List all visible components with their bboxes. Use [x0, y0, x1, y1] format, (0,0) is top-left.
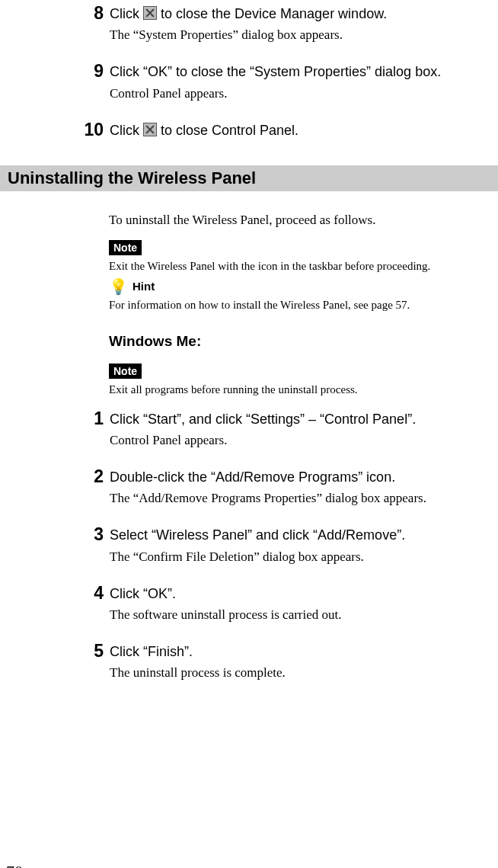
step-instruction: Click to close Control Panel. — [110, 121, 498, 139]
step-number: 1 — [76, 408, 104, 429]
note-badge: Note — [109, 240, 142, 255]
step-number: 8 — [76, 3, 104, 24]
note-text: Exit all programs before running the uni… — [109, 383, 498, 396]
step-b2: 2 Double-click the “Add/Remove Programs”… — [76, 468, 498, 506]
step-result: The uninstall process is complete. — [110, 665, 498, 681]
step-number: 4 — [76, 583, 104, 604]
step-instruction: Click “Finish”. — [110, 642, 498, 661]
step-result: The “System Properties” dialog box appea… — [110, 27, 498, 43]
hint-text: For information on how to install the Wi… — [109, 299, 498, 312]
instruction-text: to close Control Panel. — [157, 123, 298, 138]
intro-text: To uninstall the Wireless Panel, proceed… — [109, 213, 498, 228]
step-10: 10 Click to close Control Panel. — [76, 121, 498, 139]
step-instruction: Click “OK” to close the “System Properti… — [110, 62, 498, 81]
step-b3: 3 Select “Wireless Panel” and click “Add… — [76, 526, 498, 564]
instruction-text: to close the Device Manager window. — [157, 6, 387, 21]
step-instruction: Click “OK”. — [110, 585, 498, 603]
step-number: 3 — [76, 524, 104, 545]
step-result: Control Panel appears. — [110, 86, 498, 101]
hint-icon: 💡 — [109, 279, 128, 294]
close-icon — [143, 6, 157, 20]
hint-row: 💡 Hint — [109, 279, 498, 294]
step-number: 10 — [76, 120, 104, 140]
bottom-steps: 1 Click “Start”, and click “Settings” – … — [0, 410, 498, 681]
step-result: Control Panel appears. — [110, 433, 498, 448]
close-icon — [143, 123, 157, 136]
step-instruction: Select “Wireless Panel” and click “Add/R… — [110, 526, 498, 544]
step-result: The “Add/Remove Programs Properties” dia… — [110, 491, 498, 506]
step-instruction: Click to close the Device Manager window… — [110, 5, 498, 23]
step-8: 8 Click to close the Device Manager wind… — [76, 5, 498, 43]
instruction-text: Click — [110, 6, 143, 21]
hint-label: Hint — [132, 280, 155, 293]
step-b4: 4 Click “OK”. The software uninstall pro… — [76, 585, 498, 623]
step-number: 5 — [76, 641, 104, 661]
step-instruction: Click “Start”, and click “Settings” – “C… — [110, 410, 498, 428]
step-instruction: Double-click the “Add/Remove Programs” i… — [110, 468, 498, 486]
page: 8 Click to close the Device Manager wind… — [0, 5, 498, 868]
note-text: Exit the Wireless Panel with the icon in… — [109, 260, 498, 273]
step-result: The software uninstall process is carrie… — [110, 607, 498, 623]
step-b1: 1 Click “Start”, and click “Settings” – … — [76, 410, 498, 448]
note-badge: Note — [109, 364, 142, 379]
step-result: The “Confirm File Deletion” dialog box a… — [110, 549, 498, 565]
step-b5: 5 Click “Finish”. The uninstall process … — [76, 642, 498, 681]
instruction-text: Click — [110, 123, 143, 138]
step-9: 9 Click “OK” to close the “System Proper… — [76, 62, 498, 101]
page-number: 70 — [6, 862, 23, 868]
step-number: 2 — [76, 466, 104, 487]
sub-heading: Windows Me: — [109, 333, 498, 350]
section-heading: Uninstalling the Wireless Panel — [0, 165, 498, 191]
step-number: 9 — [76, 61, 104, 82]
